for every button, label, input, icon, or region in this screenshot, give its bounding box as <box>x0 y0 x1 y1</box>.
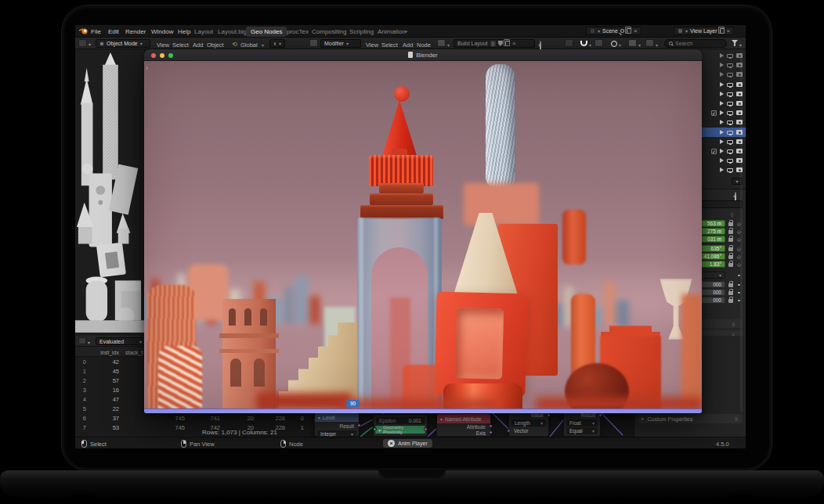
selectable-cursor-icon[interactable] <box>720 120 724 124</box>
hide-viewport-icon[interactable] <box>727 102 733 106</box>
outliner-row[interactable] <box>699 99 746 108</box>
node-geometry-proximity[interactable]: Epsilon 0.001 ▾ Geometry Proximity <box>373 414 428 437</box>
tab-layout-big[interactable]: Layout.big <box>218 28 247 35</box>
viewport-menu-view[interactable]: View <box>157 41 169 49</box>
hide-viewport-icon[interactable] <box>727 83 733 87</box>
lock-icon[interactable] <box>728 299 733 303</box>
hide-viewport-icon[interactable] <box>727 121 733 124</box>
node-tree-type-dropdown[interactable]: Modifier ▾ <box>320 39 361 48</box>
hide-viewport-icon[interactable] <box>727 159 733 163</box>
selectable-cursor-icon[interactable] <box>720 139 724 144</box>
node-dropdown-equal[interactable]: Equal ▾ <box>566 427 598 434</box>
node-proximity-header[interactable]: ▾ Geometry Proximity <box>375 426 425 434</box>
node-menu-select[interactable]: Select <box>381 41 398 49</box>
orientation-label[interactable]: Global <box>240 41 258 49</box>
tab-animation[interactable]: Animation <box>378 28 406 35</box>
hide-viewport-icon[interactable] <box>727 92 733 96</box>
anim-player-button[interactable]: × Anim Player <box>383 439 432 448</box>
lock-icon[interactable] <box>728 238 733 242</box>
users-count-badge[interactable]: 2 <box>490 41 496 47</box>
render-window[interactable]: Blender <box>144 49 702 413</box>
lock-icon[interactable] <box>728 291 733 295</box>
selectable-cursor-icon[interactable] <box>720 110 724 115</box>
menu-render[interactable]: Render <box>125 28 146 35</box>
node-menu-add[interactable]: Add <box>403 41 413 49</box>
selectable-cursor-icon[interactable] <box>720 167 724 172</box>
lock-icon[interactable] <box>728 283 733 287</box>
viewport-3d-clay-strip[interactable] <box>75 49 144 336</box>
pin-icon[interactable] <box>620 29 624 33</box>
fake-user-shield-icon[interactable] <box>498 41 503 46</box>
timeline-band[interactable] <box>144 409 702 413</box>
node-menu-node[interactable]: Node <box>417 41 431 49</box>
node-compare[interactable]: Result Float ▾ Equal ▾ <box>563 411 601 437</box>
node-dropdown-float[interactable]: Float ▾ <box>566 419 598 427</box>
node-tree-name-field[interactable]: Build Layout 2 × <box>454 39 535 48</box>
tab-proctex[interactable]: procTex <box>287 28 309 35</box>
hide-viewport-icon[interactable] <box>727 168 733 172</box>
lock-icon[interactable] <box>728 247 733 251</box>
outliner-row[interactable] <box>699 137 746 146</box>
node-level-header[interactable]: ▾ Level <box>315 413 359 422</box>
hide-viewport-icon[interactable] <box>727 131 733 135</box>
menu-help[interactable]: Help <box>178 28 190 35</box>
render-window-titlebar[interactable]: Blender <box>144 49 702 61</box>
filter-funnel-icon[interactable] <box>732 40 738 46</box>
tab-scripting[interactable]: Scripting <box>349 28 374 35</box>
outliner-row[interactable] <box>699 80 746 89</box>
selectable-cursor-icon[interactable] <box>720 53 724 58</box>
selectable-cursor-icon[interactable] <box>720 72 724 77</box>
selectable-cursor-icon[interactable] <box>720 101 724 106</box>
viewport-menu-object[interactable]: Object <box>207 41 224 49</box>
menu-file[interactable]: File <box>91 28 101 35</box>
stop-x-icon[interactable]: × <box>388 440 395 447</box>
outliner-row-selected[interactable] <box>699 128 746 137</box>
socket-icon[interactable] <box>507 429 511 433</box>
socket-icon[interactable] <box>357 423 361 427</box>
selectable-cursor-icon[interactable] <box>720 63 724 67</box>
outliner-row[interactable] <box>699 89 746 99</box>
hide-viewport-icon[interactable] <box>727 149 733 153</box>
copy-icon[interactable] <box>505 41 510 46</box>
node-dropdown-length[interactable]: Length ▾ <box>511 419 546 427</box>
collection-icon[interactable] <box>645 39 654 47</box>
hide-viewport-icon[interactable] <box>727 63 733 67</box>
spreadsheet-editor-type-icon[interactable] <box>78 337 86 344</box>
copy-icon[interactable] <box>627 28 631 34</box>
close-icon[interactable]: × <box>512 41 516 47</box>
outliner-row[interactable] <box>699 165 746 175</box>
node-vector-math[interactable]: Value Length ▾ Vector <box>508 411 549 437</box>
socket-icon[interactable] <box>598 413 602 417</box>
outliner-row[interactable] <box>699 60 746 70</box>
selectable-cursor-icon[interactable] <box>720 82 724 87</box>
hide-viewport-icon[interactable] <box>727 140 733 144</box>
socket-icon[interactable] <box>424 427 428 431</box>
node-named-attribute-header[interactable]: ▾ Named Attribute <box>437 414 490 423</box>
tab-geo-nodes-active[interactable]: Geo Nodes <box>246 27 287 37</box>
selectable-cursor-icon[interactable] <box>720 158 724 163</box>
outliner-row[interactable] <box>699 156 746 165</box>
node-tree-icon[interactable] <box>437 39 446 47</box>
checkbox-icon[interactable] <box>711 110 717 116</box>
socket-icon[interactable] <box>373 427 377 431</box>
outliner-row[interactable] <box>699 108 746 117</box>
lock-icon[interactable] <box>728 230 733 234</box>
selectable-cursor-icon[interactable] <box>720 92 724 96</box>
outliner-row[interactable] <box>699 117 746 127</box>
selectable-cursor-icon[interactable] <box>720 149 724 153</box>
node-menu-view[interactable]: View <box>366 41 378 49</box>
snap-target-icon[interactable] <box>595 39 603 47</box>
outliner-row[interactable] <box>699 70 746 79</box>
hide-viewport-icon[interactable] <box>727 111 733 115</box>
socket-icon[interactable] <box>489 430 493 434</box>
dataset-dropdown[interactable]: Evaluated ▾ <box>96 337 146 345</box>
lock-icon[interactable] <box>728 255 733 259</box>
column-header-stack-t[interactable]: stack_t <box>125 350 143 355</box>
lock-icon[interactable] <box>728 222 733 226</box>
copy-icon[interactable] <box>720 28 725 34</box>
viewport-menu-add[interactable]: Add <box>193 41 203 49</box>
tab-layout[interactable]: Layout <box>194 28 213 35</box>
hide-viewport-icon[interactable] <box>727 54 733 58</box>
outliner-search-input[interactable]: Search <box>664 39 727 48</box>
close-icon[interactable]: × <box>634 28 638 34</box>
